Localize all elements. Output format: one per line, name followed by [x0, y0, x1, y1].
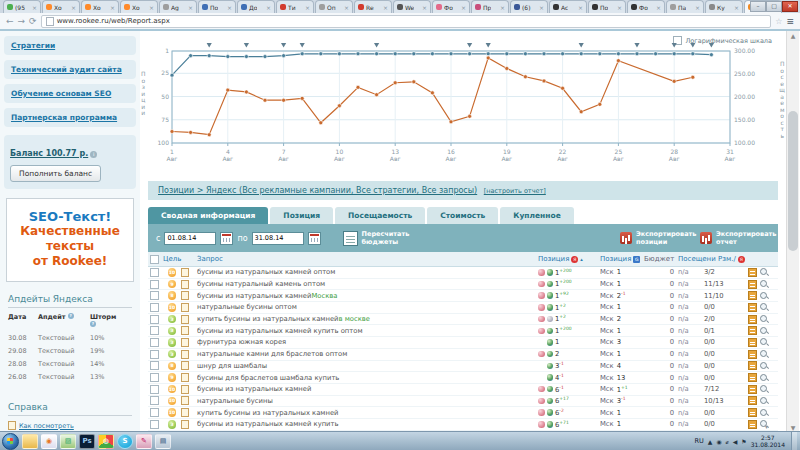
alert-icon[interactable] — [538, 398, 545, 405]
landing-page-icon[interactable] — [181, 315, 189, 324]
topup-balance-button[interactable]: Пополнить баланс — [10, 165, 101, 182]
alert-icon[interactable] — [538, 281, 545, 288]
report-tab[interactable]: Купленное — [500, 207, 573, 224]
landing-page-icon[interactable] — [181, 268, 189, 277]
row-checkbox[interactable] — [150, 280, 159, 289]
tab-close-icon[interactable]: × — [32, 4, 37, 11]
serp-globe-icon[interactable] — [547, 409, 554, 416]
query-link[interactable]: купить бусины из натуральных камней в мо… — [197, 315, 538, 323]
alert-icon[interactable] — [538, 292, 545, 299]
goal-badge[interactable]: 3 — [168, 338, 177, 347]
row-checkbox[interactable] — [150, 268, 159, 277]
browser-tab[interactable]: Хо× — [42, 0, 80, 13]
tab-close-icon[interactable]: × — [110, 4, 115, 11]
query-link[interactable]: бусины из натуральных камней — [197, 385, 538, 393]
serp-globe-icon[interactable] — [547, 281, 554, 288]
budget-icon[interactable] — [748, 268, 757, 277]
flag-icon[interactable]: ⚑ — [741, 438, 746, 445]
landing-page-icon[interactable] — [181, 291, 189, 300]
browser-tab[interactable]: Фо× — [432, 0, 470, 13]
query-link[interactable]: бусины из натуральных камней купить — [197, 420, 538, 428]
landing-page-icon[interactable] — [181, 408, 189, 417]
tab-close-icon[interactable]: × — [695, 4, 700, 11]
report-tab[interactable]: Позиция — [270, 207, 333, 224]
browser-tab[interactable]: Re× — [354, 0, 392, 13]
browser-tab[interactable]: We× — [393, 0, 431, 13]
seo-text-ad[interactable]: SEO-Текст! Качественные тексты от Rookee… — [6, 198, 134, 282]
serp-globe-icon[interactable] — [547, 421, 554, 428]
serp-magnifier-icon[interactable] — [760, 268, 768, 276]
landing-page-icon[interactable] — [181, 396, 189, 405]
tab-close-icon[interactable]: × — [461, 4, 466, 11]
goal-badge[interactable]: 10 — [168, 385, 177, 394]
recalc-budgets-button[interactable]: Пересчитать бюджеты — [343, 230, 410, 246]
row-checkbox[interactable] — [150, 350, 159, 359]
query-link[interactable]: бусины натуральный камень оптом — [197, 280, 538, 288]
tab-close-icon[interactable]: × — [71, 4, 76, 11]
browser-tab[interactable]: Пр× — [471, 0, 509, 13]
query-link[interactable]: бусины для браслетов шамбала купить — [197, 374, 538, 382]
serp-magnifier-icon[interactable] — [760, 327, 768, 335]
photoshop-icon[interactable]: Ps — [79, 434, 95, 449]
query-link[interactable]: купить бусины из натуральных камней — [197, 409, 538, 417]
serp-magnifier-icon[interactable] — [760, 338, 768, 346]
browser-tab[interactable]: Ку× — [705, 0, 743, 13]
budget-icon[interactable] — [748, 291, 757, 300]
budget-icon[interactable] — [748, 396, 757, 405]
goal-badge[interactable]: 8 — [168, 362, 177, 371]
browser-tab[interactable]: Хо× — [120, 0, 158, 13]
budget-icon[interactable] — [748, 408, 757, 417]
header-position-google[interactable]: Позиция G — [600, 255, 644, 263]
balance-label[interactable]: Баланс 100.77 р. — [10, 149, 88, 158]
serp-magnifier-icon[interactable] — [760, 315, 768, 323]
maximize-button[interactable]: ▢ — [766, 1, 782, 12]
table-scroll-down-icon[interactable]: ▾ — [765, 423, 768, 430]
landing-page-icon[interactable] — [181, 303, 189, 312]
tab-close-icon[interactable]: × — [188, 4, 193, 11]
browser-tab[interactable]: По× — [198, 0, 236, 13]
skype-icon[interactable]: S — [117, 434, 133, 449]
media-player-icon[interactable]: ◉ — [41, 434, 57, 449]
tab-close-icon[interactable]: × — [734, 4, 739, 11]
show-desktop-button[interactable] — [791, 432, 797, 450]
alert-icon[interactable] — [538, 328, 545, 335]
browser-menu-icon[interactable]: ≡ — [786, 16, 794, 26]
alert-icon[interactable] — [538, 304, 545, 311]
budget-icon[interactable] — [748, 303, 757, 312]
sidebar-item[interactable]: Партнерская программа — [4, 108, 136, 127]
header-position-yandex[interactable]: Позиция Я ▴ — [538, 255, 600, 263]
row-checkbox[interactable] — [150, 420, 159, 429]
row-checkbox[interactable] — [150, 315, 159, 324]
row-checkbox[interactable] — [150, 408, 159, 417]
tab-close-icon[interactable]: × — [149, 4, 154, 11]
query-link[interactable]: натуральные бусины — [197, 397, 538, 405]
row-checkbox[interactable] — [150, 291, 159, 300]
serp-magnifier-icon[interactable] — [760, 397, 768, 405]
date-to-input[interactable] — [252, 232, 304, 245]
scrollbar-thumb[interactable] — [788, 111, 798, 251]
serp-globe-icon[interactable] — [547, 269, 554, 276]
serp-magnifier-icon[interactable] — [760, 362, 768, 370]
goal-badge[interactable]: 9 — [168, 280, 177, 289]
help-link[interactable]: Как посмотреть — [8, 421, 132, 430]
landing-page-icon[interactable] — [181, 280, 189, 289]
start-button[interactable] — [2, 433, 19, 450]
serp-magnifier-icon[interactable] — [760, 292, 768, 300]
query-link[interactable]: бусины из натуральных камней купить опто… — [197, 327, 538, 335]
tab-close-icon[interactable]: × — [305, 4, 310, 11]
budget-icon[interactable] — [748, 350, 757, 359]
serp-globe-icon[interactable] — [547, 398, 554, 405]
alert-icon[interactable] — [538, 351, 545, 358]
header-budget[interactable]: Бюджет — [644, 255, 678, 263]
browser-tab[interactable]: Оп× — [315, 0, 353, 13]
serp-magnifier-icon[interactable] — [760, 280, 768, 288]
query-link[interactable]: натуральные камни для браслетов оптом — [197, 350, 538, 358]
network-icon[interactable]: ⸙ — [726, 438, 729, 445]
goal-badge[interactable]: 10 — [168, 397, 177, 406]
breadcrumb-text[interactable]: Позиции > Яндекс (Все рекламные кампании… — [158, 186, 477, 195]
landing-page-icon[interactable] — [181, 361, 189, 370]
browser-tab[interactable]: Хо× — [81, 0, 119, 13]
goal-badge[interactable]: 3 — [168, 315, 177, 324]
report-tab[interactable]: Сводная информация — [148, 207, 268, 224]
paint-icon[interactable]: ✎ — [136, 434, 152, 449]
